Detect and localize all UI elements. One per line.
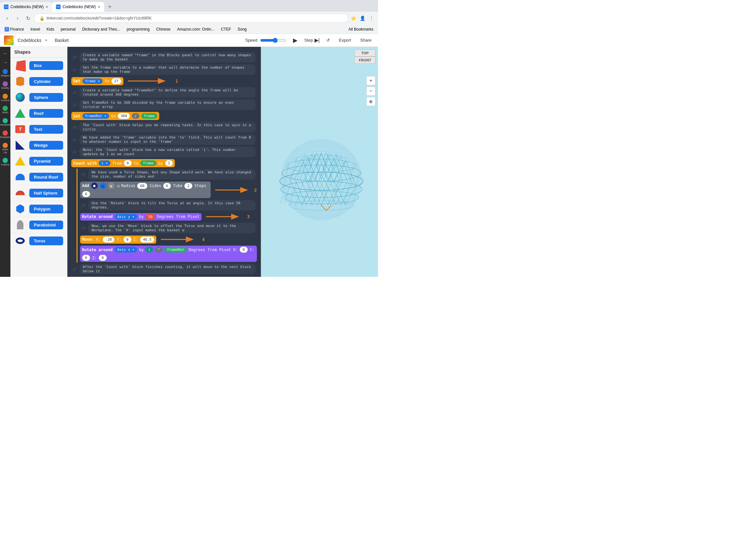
tube-value[interactable]: 2 [184,183,192,189]
move-block[interactable]: Move: X: -20 Y: 0 Z: 46.5 [80,235,156,244]
shape-polygon[interactable]: Polygon [10,201,67,217]
tab-close-1[interactable]: × [46,4,48,9]
back-button[interactable]: ‹ [3,14,12,23]
shape-half-sphere[interactable]: Half Sphere [10,185,67,201]
move-y[interactable]: 0 [123,236,132,243]
rz-z[interactable]: 0 [99,255,107,261]
undo-button[interactable]: ← [0,49,10,57]
cylinder-button[interactable]: Cylinder [29,77,63,86]
shape-sphere[interactable]: Sphere [10,90,67,105]
bookmark-ctef[interactable]: CTEF [219,26,233,32]
radius-value[interactable]: 60 [137,183,147,189]
play-button[interactable]: ▶ [290,35,301,46]
mult-op[interactable]: * [155,247,162,253]
redo-button[interactable]: → [0,59,10,66]
sidebar-item-templates[interactable]: Templates [0,129,10,140]
bookmark-chinese[interactable]: Chinese [154,26,172,32]
step-button[interactable]: Step ▶| [304,37,320,43]
rotate-degrees[interactable]: 50 [146,214,155,220]
bookmark-finance[interactable]: F Finance [3,26,26,32]
framerot-var-pill[interactable]: frameRot ▾ [82,113,109,119]
bookmark-travel[interactable]: travel [29,26,42,32]
torus-mode-dot[interactable]: ◐ [108,182,115,189]
rz-y[interactable]: 0 [82,255,90,261]
tab-close-2[interactable]: × [98,4,100,9]
framerot-pill[interactable]: frameRot [164,247,187,253]
rotate-torus-block[interactable]: Rotate around Axis y ▾ by 50 Degrees fro… [80,213,202,221]
top-view-card[interactable]: TOP [355,49,375,57]
count-to-frame[interactable]: frame [140,160,156,166]
new-tab-button[interactable]: + [104,2,115,12]
shape-torus[interactable]: Torus [10,233,67,249]
dropdown-arrow[interactable]: ▾ [45,38,47,42]
sides-value[interactable]: 6 [163,183,171,189]
move-z[interactable]: 46.5 [140,236,155,243]
bookmark-amazon[interactable]: Amazon.com: Onlin... [175,26,216,32]
frame-value[interactable]: 27 [111,78,121,84]
shape-round-roof[interactable]: Round Roof [10,169,67,185]
count-block[interactable]: Count with i ▾ from 0 to frame by 1 [71,159,175,167]
bookmark-dictionary[interactable]: Dictionary and Thes... [80,26,122,32]
shape-pyramid[interactable]: Pyramid [10,153,67,169]
shape-roof[interactable]: Roof [10,105,67,121]
frame-ref[interactable]: frame [141,113,157,119]
shape-cylinder[interactable]: Cylinder [10,73,67,90]
add-block[interactable]: Add ● ○ ◐ ◁ Radius 60 Sides 6 Tube 2 Ste… [80,181,211,198]
rz-x[interactable]: 0 [240,246,248,253]
speed-slider[interactable] [260,38,286,43]
halfsphere-button[interactable]: Half Sphere [29,189,63,198]
text-button[interactable]: Text [29,125,63,134]
axis-z-pill[interactable]: Axis z ▾ [115,247,137,253]
steps-value[interactable]: 6 [82,191,90,197]
sidebar-item-modify[interactable]: Modify [0,80,10,91]
divide-op[interactable]: / [132,113,139,119]
count-from[interactable]: 0 [124,160,132,166]
profile-icon[interactable]: 👤 [358,14,366,22]
set-block[interactable]: Set frame ▾ to 27 [71,77,123,85]
shape-wedge[interactable]: Wedge [10,137,67,153]
sphere-button[interactable]: Sphere [29,93,63,102]
sidebar-item-control[interactable]: Control [0,92,10,103]
box-button[interactable]: Box [29,61,63,70]
set-framerot[interactable]: Set frameRot ▾ to 360 / frame [71,112,159,120]
sidebar-item-math[interactable]: Math [0,104,10,115]
share-button[interactable]: Share [357,37,374,44]
frame-var-pill[interactable]: frame ▾ [82,78,103,84]
pyramid-button[interactable]: Pyramid [29,157,63,166]
bookmark-all[interactable]: All Bookmarks [346,26,375,32]
torus-button[interactable]: Torus [29,236,63,245]
orient-button[interactable]: ⊕ [366,97,375,106]
polygon-button[interactable]: Polygon [29,205,63,213]
export-button[interactable]: Export [336,37,354,44]
i-pill[interactable]: i [146,247,153,253]
wedge-button[interactable]: Wedge [29,141,63,150]
sidebar-item-variables[interactable]: Variables [0,117,10,128]
shape-box[interactable]: Box [10,58,67,73]
shape-text[interactable]: T Text [10,121,67,137]
paraboloid-button[interactable]: Paraboloid [29,221,63,229]
rotate-z-block[interactable]: Rotate around Axis z ▾ by i * frameRot D… [80,245,257,262]
address-bar[interactable]: 🔒 tinkercad.com/codeblocks/edit?create=1… [34,14,348,23]
bookmark-kids[interactable]: Kids [45,26,56,32]
move-x[interactable]: -20 [103,236,115,243]
roof-button[interactable]: Roof [29,109,63,118]
bookmark-personal[interactable]: personal [59,26,78,32]
bookmark-song[interactable]: Song [236,26,249,32]
i-var[interactable]: i ▾ [99,160,110,166]
shape-paraboloid[interactable]: Paraboloid [10,217,67,233]
menu-icon[interactable]: ⋮ [367,14,375,22]
front-view-card[interactable]: FRONT [355,57,375,64]
tab-1[interactable]: TC Codeblocks (NEW) × [0,2,52,12]
tab-2[interactable]: TC Codeblocks (NEW) × [52,2,104,12]
torus-fill-dot[interactable]: ○ [100,182,106,189]
zoom-in-button[interactable]: + [366,76,375,85]
refresh-button[interactable]: ↻ [23,14,33,23]
forward-button[interactable]: › [13,14,22,23]
sidebar-item-markup[interactable]: Mark Up [0,142,10,156]
count-by[interactable]: 1 [165,160,173,166]
extensions-icon[interactable]: ⭐ [349,14,357,22]
sidebar-item-shapes[interactable]: Shapes [0,68,10,79]
sidebar-item-legacy[interactable]: Legacy [0,157,10,168]
bookmark-programming[interactable]: programming [125,26,152,32]
zoom-out-button[interactable]: − [366,87,375,96]
